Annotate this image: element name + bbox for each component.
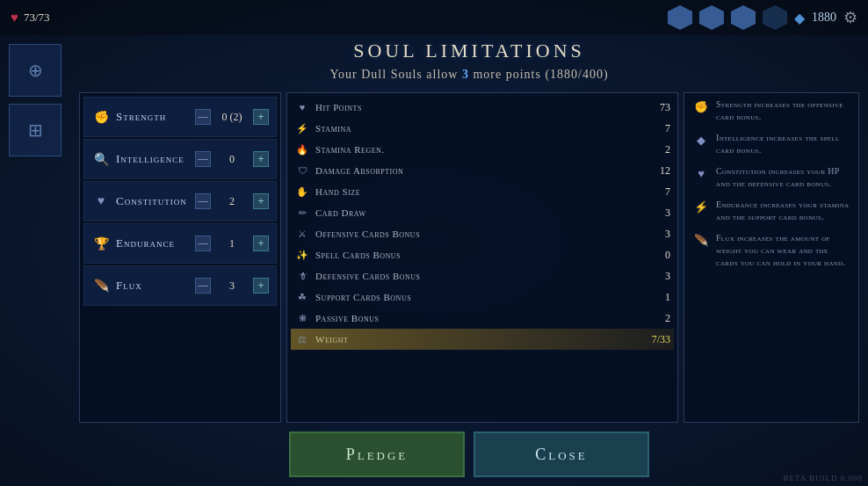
weight-label: Weight: [315, 334, 647, 345]
mid-row-damage-absorb: 🛡 Damage Absorption 12: [294, 160, 670, 181]
strength-value: 0 (2): [214, 111, 250, 124]
constitution-value: 2: [214, 195, 250, 208]
heart-icon: ♥: [11, 11, 18, 25]
mid-row-hp: ♥ Hit Points 73: [294, 97, 670, 118]
constitution-label: Constitution: [116, 194, 190, 208]
flux-label: Flux: [116, 279, 190, 293]
constitution-minus-btn[interactable]: —: [195, 193, 211, 209]
card-draw-label: Card Draw: [315, 207, 647, 218]
mid-row-hand-size: ✋ Hand Size 7: [294, 181, 670, 202]
stat-row-flux: 🪶 Flux — 3 +: [83, 265, 277, 306]
constitution-plus-btn[interactable]: +: [253, 193, 269, 209]
flux-icon: 🪶: [91, 276, 111, 295]
flux-minus-btn[interactable]: —: [195, 278, 211, 294]
subtitle-prefix: Your Dull Souls allow: [329, 68, 462, 81]
passive-icon: ❋: [294, 313, 310, 324]
desc-strength-icon: ✊: [691, 98, 711, 118]
constitution-controls: — 2 +: [195, 193, 269, 209]
weight-value: 7/33: [652, 333, 670, 346]
intelligence-plus-btn[interactable]: +: [253, 151, 269, 167]
desc-constitution: ♥ Constitution increases your HP and the…: [691, 165, 851, 190]
damage-absorb-icon: 🛡: [294, 165, 310, 176]
sidebar-btn-1[interactable]: ⊕: [9, 44, 61, 97]
intelligence-value: 0: [214, 153, 250, 166]
desc-constitution-text: Constitution increases your HP and the d…: [716, 165, 851, 190]
hex-icon-2[interactable]: [699, 5, 724, 30]
card-draw-icon: ✏: [294, 207, 310, 219]
beta-text: BETA BUILD 0.008: [783, 474, 863, 482]
hex-icon-4[interactable]: [763, 5, 787, 30]
main-panel: Soul Limitations Your Dull Souls allow 3…: [79, 40, 859, 477]
mid-row-stamina: ⚡ Stamina 7: [294, 118, 670, 139]
top-right-area: ◆ 1880 ⚙: [668, 5, 857, 30]
desc-flux-icon: 🪶: [691, 232, 711, 251]
gem-icon: ◆: [794, 10, 805, 26]
stamina-regen-label: Stamina Regen.: [315, 144, 647, 155]
offensive-value: 3: [653, 228, 670, 241]
endurance-value: 1: [214, 237, 250, 250]
left-stats-panel: ✊ Strength — 0 (2) + 🔍 Intelligence — 0 …: [79, 92, 281, 423]
middle-stats-panel: ♥ Hit Points 73 ⚡ Stamina 7 🔥 Stamina Re…: [286, 92, 678, 423]
offensive-icon: ⚔: [294, 228, 310, 240]
intelligence-controls: — 0 +: [195, 151, 269, 167]
defensive-label: Defensive Cards Bonus: [315, 271, 647, 281]
spell-value: 0: [653, 249, 670, 262]
stamina-regen-value: 2: [653, 143, 670, 156]
card-draw-value: 3: [653, 207, 670, 220]
damage-absorb-label: Damage Absorption: [315, 165, 647, 176]
stamina-label: Stamina: [315, 123, 647, 134]
close-button[interactable]: Close: [474, 432, 649, 477]
mid-row-weight: ⚖ Weight 7/33: [291, 329, 674, 350]
desc-strength: ✊ Strength increases the offensive card …: [691, 98, 851, 123]
endurance-minus-btn[interactable]: —: [195, 236, 211, 251]
desc-flux: 🪶 Flux increases the amount of weight yo…: [691, 232, 851, 269]
stat-row-constitution: ♥ Constitution — 2 +: [83, 181, 277, 221]
mid-row-spell: ✨ Spell Cards Bonus 0: [294, 244, 670, 265]
flux-plus-btn[interactable]: +: [253, 278, 269, 294]
mid-row-offensive: ⚔ Offensive Cards Bonus 3: [294, 223, 670, 244]
left-sidebar: ⊕ ⊞: [9, 44, 61, 156]
pledge-button[interactable]: Pledge: [289, 432, 465, 477]
intelligence-minus-btn[interactable]: —: [195, 151, 211, 167]
strength-controls: — 0 (2) +: [195, 109, 269, 125]
hex-icon-1[interactable]: [668, 5, 692, 30]
hex-icon-3[interactable]: [731, 5, 756, 30]
desc-intelligence: ◆ Intelligence increases the spell card …: [691, 132, 851, 156]
gear-icon[interactable]: ⚙: [843, 8, 857, 27]
passive-label: Passive Bonus: [315, 313, 647, 323]
button-row: Pledge Close: [79, 432, 859, 477]
hand-size-label: Hand Size: [315, 186, 647, 197]
hp-icon: ♥: [294, 102, 310, 112]
hp-mid-value: 73: [653, 101, 670, 114]
passive-value: 2: [653, 312, 670, 325]
flux-value: 3: [214, 279, 250, 293]
support-icon: ☘: [294, 292, 310, 303]
endurance-label: Endurance: [116, 236, 190, 250]
strength-icon: ✊: [91, 107, 111, 127]
desc-endurance-icon: ⚡: [691, 199, 711, 218]
strength-plus-btn[interactable]: +: [253, 109, 269, 125]
endurance-icon: 🏆: [91, 234, 111, 253]
subtitle-suffix: more points (1880/400): [469, 68, 609, 81]
spell-icon: ✨: [294, 250, 310, 261]
stat-row-strength: ✊ Strength — 0 (2) +: [83, 97, 277, 137]
weight-icon: ⚖: [294, 334, 310, 345]
endurance-plus-btn[interactable]: +: [253, 236, 269, 251]
top-bar: ♥ 73/73 ◆ 1880 ⚙: [0, 0, 868, 35]
desc-constitution-icon: ♥: [691, 165, 711, 185]
panel-subtitle: Your Dull Souls allow 3 more points (188…: [329, 68, 608, 82]
support-label: Support Cards Bonus: [315, 292, 647, 302]
stamina-value: 7: [653, 122, 670, 135]
mid-row-card-draw: ✏ Card Draw 3: [294, 202, 670, 223]
content-area: ✊ Strength — 0 (2) + 🔍 Intelligence — 0 …: [79, 92, 859, 423]
desc-intelligence-text: Intelligence increases the spell card bo…: [716, 132, 851, 156]
subtitle-highlight: 3: [462, 68, 469, 81]
mid-row-defensive: 🗡 Defensive Cards Bonus 3: [294, 265, 670, 287]
mid-row-support: ☘ Support Cards Bonus 1: [294, 287, 670, 308]
stat-row-intelligence: 🔍 Intelligence — 0 +: [83, 139, 277, 179]
desc-intelligence-icon: ◆: [691, 132, 711, 151]
sidebar-btn-2[interactable]: ⊞: [9, 104, 61, 156]
desc-endurance: ⚡ Endurance increases your stamina and t…: [691, 199, 851, 223]
strength-minus-btn[interactable]: —: [195, 109, 211, 125]
damage-absorb-value: 12: [653, 164, 670, 178]
